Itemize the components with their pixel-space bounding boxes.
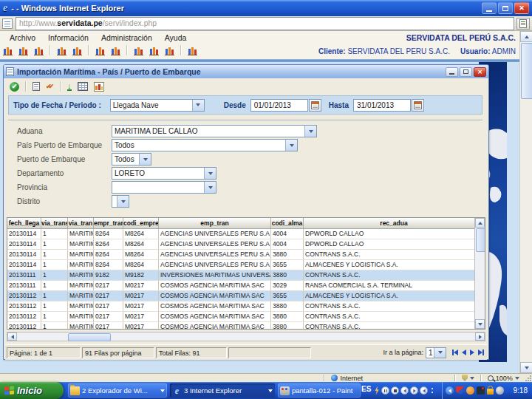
dropdown-arrow-icon[interactable] xyxy=(192,100,204,111)
browser-titlebar[interactable]: e - - Windows Internet Explorer ✕ xyxy=(0,0,532,16)
table-scroll-thumb[interactable] xyxy=(476,228,485,252)
column-header-rec_adua[interactable]: rec_adua xyxy=(304,218,485,228)
dropdown-arrow-icon[interactable] xyxy=(434,348,446,358)
scroll-up-button[interactable] xyxy=(475,218,485,228)
dropdown-arrow-icon[interactable] xyxy=(139,154,151,165)
document-icon[interactable] xyxy=(33,82,40,91)
report-button-icon[interactable] xyxy=(111,47,120,55)
hasta-calendar-button[interactable] xyxy=(412,99,424,112)
security-center-icon[interactable] xyxy=(456,386,464,395)
address-input[interactable]: http://www.servidata.pe/servi/index.php xyxy=(16,17,514,30)
table-horizontal-scrollbar[interactable] xyxy=(7,332,485,341)
table-row[interactable]: 201301121MARITIMO0217M0217COSMOS AGENCIA… xyxy=(7,322,485,330)
table-row[interactable]: 201301141MARITIMO8264M8264AGENCIAS UNIVE… xyxy=(7,260,485,270)
desde-calendar-button[interactable] xyxy=(309,99,321,112)
menu-item-2[interactable]: Administración xyxy=(98,33,155,42)
table-row[interactable]: 201301111MARITIMO9182M9182INVERSIONES MA… xyxy=(7,270,485,281)
table-row[interactable]: 201301111MARITIMO0217M0217COSMOS AGENCIA… xyxy=(7,281,485,291)
protected-mode-control[interactable] xyxy=(456,375,481,381)
minimize-button[interactable] xyxy=(482,2,497,14)
media-next-button[interactable] xyxy=(410,386,418,395)
report-button-icon[interactable] xyxy=(57,47,66,55)
report-button-icon[interactable] xyxy=(3,47,13,55)
table-row[interactable]: 201301121MARITIMO0217M0217COSMOS AGENCIA… xyxy=(7,291,485,301)
pager-last-button[interactable] xyxy=(478,349,484,355)
media-app-icon[interactable] xyxy=(374,386,380,395)
column-header-via_transp[interactable]: via_transp xyxy=(41,218,68,228)
provincia-select[interactable] xyxy=(112,181,216,194)
report-button-icon[interactable] xyxy=(34,47,44,55)
browser-vertical-scrollbar[interactable] xyxy=(519,31,532,373)
pager-first-button[interactable] xyxy=(452,349,458,355)
tray-lock-icon[interactable] xyxy=(487,389,494,395)
table-vertical-scrollbar[interactable] xyxy=(474,218,485,329)
tipo-fecha-select[interactable]: Llegada Nave xyxy=(110,99,205,112)
media-prev-button[interactable] xyxy=(400,386,409,395)
report-button-icon[interactable] xyxy=(18,47,28,55)
address-go-button[interactable] xyxy=(516,18,530,30)
goto-page-select[interactable]: 1 xyxy=(426,347,446,358)
column-header-emp_tran[interactable]: emp_tran xyxy=(159,218,271,228)
report-button-icon[interactable] xyxy=(134,47,143,55)
scroll-left-button[interactable] xyxy=(7,332,17,341)
table-row[interactable]: 201301141MARITIMO8264M8264AGENCIAS UNIVE… xyxy=(7,250,485,260)
table-row[interactable]: 201301121MARITIMO0217M0217COSMOS AGENCIA… xyxy=(7,301,485,312)
table-row[interactable]: 201301141MARITIMO8264M8264AGENCIAS UNIVE… xyxy=(7,229,485,239)
distrito-select[interactable] xyxy=(112,195,129,208)
scroll-right-button[interactable] xyxy=(475,332,485,341)
resize-grip[interactable] xyxy=(525,375,532,382)
export-download-icon[interactable]: ↓ xyxy=(67,82,72,91)
report-button-icon[interactable] xyxy=(188,47,197,55)
start-button[interactable]: Inicio xyxy=(0,382,64,399)
table-row[interactable]: 201301121MARITIMO0217M0217COSMOS AGENCIA… xyxy=(7,312,485,322)
media-volume-button[interactable] xyxy=(420,386,428,395)
hasta-input[interactable]: 31/01/2013 xyxy=(353,99,411,112)
pager-next-button[interactable] xyxy=(470,349,474,355)
scroll-down-button[interactable] xyxy=(475,319,485,329)
dropdown-arrow-icon[interactable] xyxy=(285,140,297,151)
hscroll-thumb[interactable] xyxy=(68,333,111,341)
tray-app-icon-dark[interactable] xyxy=(477,386,485,395)
report-button-icon[interactable] xyxy=(149,47,159,55)
aduana-select[interactable]: MARITIMA DEL CALLAO xyxy=(112,125,317,137)
desde-input[interactable]: 01/01/2013 xyxy=(250,99,308,112)
menu-item-1[interactable]: Información xyxy=(45,33,92,42)
close-button[interactable]: ✕ xyxy=(514,2,529,14)
media-stop-button[interactable] xyxy=(391,386,399,395)
dropdown-arrow-icon[interactable] xyxy=(304,126,316,137)
zoom-control[interactable]: 100% xyxy=(482,375,525,382)
departamento-select[interactable]: LORETO xyxy=(112,167,216,180)
restore-button[interactable] xyxy=(498,2,513,14)
security-zone[interactable]: Internet xyxy=(325,375,454,382)
report-button-icon[interactable] xyxy=(72,47,82,55)
report-button-icon[interactable] xyxy=(95,47,105,55)
execute-button-icon[interactable]: ✔ xyxy=(10,82,19,92)
hide-icons-button[interactable] xyxy=(446,386,454,395)
puerto-embarque-select[interactable]: Todos xyxy=(112,153,151,166)
column-header-fech_llega[interactable]: fech_llega xyxy=(7,218,41,228)
column-header-codi_alma[interactable]: codi_alma xyxy=(271,218,304,228)
browser-scroll-down-button[interactable] xyxy=(520,362,532,373)
menu-item-3[interactable]: Ayuda xyxy=(162,33,190,42)
dropdown-arrow-icon[interactable] xyxy=(204,182,216,193)
toolbar-grip[interactable] xyxy=(431,386,434,395)
media-pause-button[interactable] xyxy=(381,386,389,395)
chart-icon[interactable] xyxy=(94,82,104,92)
window-minimize-button[interactable] xyxy=(446,67,458,77)
tray-app-icon-gray[interactable] xyxy=(496,386,504,395)
browser-scroll-up-button[interactable] xyxy=(520,31,532,42)
pais-puerto-embarque-select[interactable]: Todos xyxy=(112,139,298,151)
column-header-codi_empre[interactable]: codi_empre xyxy=(123,218,159,228)
taskbar-button-2[interactable]: pantalla-012 - Paint xyxy=(278,383,361,398)
grid-view-icon[interactable] xyxy=(78,82,88,91)
table-row[interactable]: 201301141MARITIMO8264M8264AGENCIAS UNIVE… xyxy=(7,239,485,250)
validate-icon[interactable]: ✔✔ xyxy=(46,83,54,90)
column-header-via_tran[interactable]: via_tran xyxy=(68,218,94,228)
taskbar-button-0[interactable]: 2 Explorador de Wi... xyxy=(68,383,167,398)
report-button-icon[interactable] xyxy=(165,47,174,55)
tray-app-icon-orange[interactable] xyxy=(466,386,474,395)
taskbar-button-1[interactable]: e3 Internet Explorer xyxy=(170,383,275,398)
window-maximize-button[interactable] xyxy=(460,67,472,77)
column-header-empr_trans[interactable]: empr_trans xyxy=(94,218,123,228)
window-close-button[interactable]: ✕ xyxy=(474,67,486,77)
